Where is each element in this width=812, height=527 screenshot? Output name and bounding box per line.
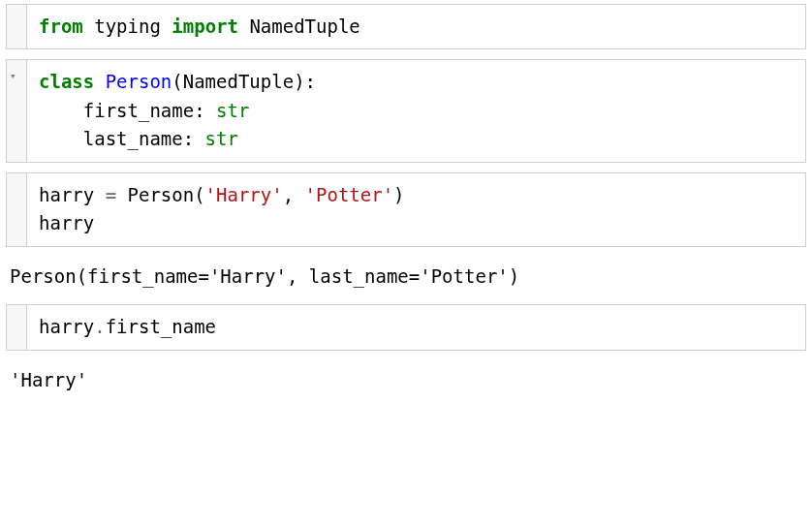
code-input[interactable]: class Person(NamedTuple): first_name: st… [26, 60, 805, 161]
code-token: harry [39, 316, 94, 337]
code-token [238, 16, 249, 37]
code-token [94, 71, 105, 92]
cell-gutter [7, 305, 26, 349]
code-token: NamedTuple [249, 16, 359, 37]
code-input[interactable]: from typing import NamedTuple [26, 5, 805, 48]
cell-gutter: ▾ [7, 60, 26, 161]
code-cell[interactable]: ▾class Person(NamedTuple): first_name: s… [6, 59, 806, 162]
cell-output: Person(first_name='Harry', last_name='Po… [6, 257, 806, 304]
code-token: . [94, 316, 105, 337]
code-token: 'Potter' [305, 184, 394, 205]
code-token: str [205, 128, 238, 149]
code-token [83, 16, 94, 37]
code-token: = [106, 184, 116, 205]
collapse-arrow-icon[interactable]: ▾ [10, 68, 16, 84]
cell-gutter [7, 173, 26, 246]
code-token: (NamedTuple): [172, 71, 316, 92]
code-token: class [39, 71, 94, 92]
code-cell[interactable]: harry = Person('Harry', 'Potter') harry [6, 172, 806, 247]
code-token: last_name: [39, 128, 205, 149]
code-token: 'Harry' [205, 184, 283, 205]
code-token: harry [39, 184, 106, 205]
code-token: from [39, 16, 83, 37]
code-cell[interactable]: from typing import NamedTuple [6, 4, 806, 49]
notebook-container: from typing import NamedTuple▾class Pers… [6, 4, 806, 408]
cell-gutter [7, 5, 26, 48]
code-token: str [216, 100, 249, 121]
code-token: , [283, 184, 305, 205]
code-token: typing [94, 16, 161, 37]
code-token: Person( [116, 184, 205, 205]
code-input[interactable]: harry = Person('Harry', 'Potter') harry [26, 173, 805, 246]
code-token: import [172, 16, 238, 37]
code-cell[interactable]: harry.first_name [6, 304, 806, 350]
cell-output: 'Harry' [6, 360, 806, 408]
code-token [161, 16, 172, 37]
code-input[interactable]: harry.first_name [26, 305, 805, 349]
code-token: first_name [106, 316, 216, 337]
code-token: first_name: [39, 100, 216, 121]
code-token: Person [106, 71, 172, 92]
